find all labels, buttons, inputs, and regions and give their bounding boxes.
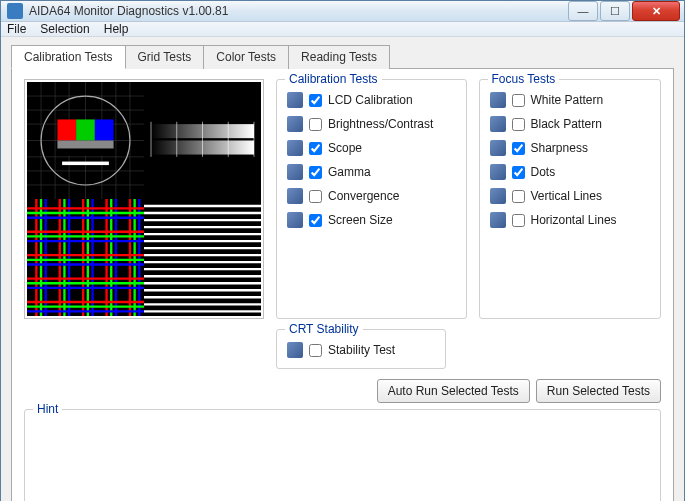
focus-label[interactable]: Black Pattern bbox=[531, 117, 602, 131]
crt-checkbox[interactable] bbox=[309, 344, 322, 357]
focus-checkbox[interactable] bbox=[512, 142, 525, 155]
svg-rect-21 bbox=[62, 162, 109, 166]
app-icon bbox=[7, 3, 23, 19]
calibration-label[interactable]: Scope bbox=[328, 141, 362, 155]
monitor-icon bbox=[287, 188, 303, 204]
tab-label: Reading Tests bbox=[301, 50, 377, 64]
calibration-label[interactable]: Convergence bbox=[328, 189, 399, 203]
tab-grid-tests[interactable]: Grid Tests bbox=[126, 45, 205, 69]
run-button[interactable]: Run Selected Tests bbox=[536, 379, 661, 403]
app-window: AIDA64 Monitor Diagnostics v1.00.81 — ☐ … bbox=[0, 0, 685, 501]
close-icon: ✕ bbox=[652, 6, 661, 17]
monitor-icon bbox=[490, 92, 506, 108]
monitor-icon bbox=[287, 92, 303, 108]
preview-thumbnails bbox=[24, 79, 264, 319]
calibration-checkbox[interactable] bbox=[309, 94, 322, 107]
window-controls: — ☐ ✕ bbox=[568, 1, 684, 21]
svg-rect-20 bbox=[57, 149, 113, 156]
focus-checkbox[interactable] bbox=[512, 190, 525, 203]
monitor-icon bbox=[490, 164, 506, 180]
crt-item: Stability Test bbox=[287, 342, 435, 358]
svg-rect-19 bbox=[57, 141, 113, 149]
minimize-button[interactable]: — bbox=[568, 1, 598, 21]
focus-item: Sharpness bbox=[490, 140, 650, 156]
calibration-label[interactable]: Screen Size bbox=[328, 213, 393, 227]
monitor-icon bbox=[490, 188, 506, 204]
tab-label: Calibration Tests bbox=[24, 50, 113, 64]
minimize-icon: — bbox=[578, 6, 589, 17]
svg-rect-18 bbox=[95, 119, 114, 140]
menubar: File Selection Help bbox=[1, 22, 684, 37]
thumb-brightness-contrast[interactable] bbox=[144, 82, 261, 199]
monitor-icon bbox=[490, 140, 506, 156]
focus-label[interactable]: White Pattern bbox=[531, 93, 604, 107]
calibration-label[interactable]: Brightness/Contrast bbox=[328, 117, 433, 131]
focus-label[interactable]: Horizontal Lines bbox=[531, 213, 617, 227]
tab-label: Color Tests bbox=[216, 50, 276, 64]
svg-rect-17 bbox=[76, 119, 95, 140]
close-button[interactable]: ✕ bbox=[632, 1, 680, 21]
maximize-button[interactable]: ☐ bbox=[600, 1, 630, 21]
group-legend: Focus Tests bbox=[488, 72, 560, 86]
thumb-horizontal-lines[interactable] bbox=[144, 199, 261, 316]
calibration-item: LCD Calibration bbox=[287, 92, 456, 108]
svg-rect-16 bbox=[57, 119, 76, 140]
focus-checkbox[interactable] bbox=[512, 166, 525, 179]
focus-item: Vertical Lines bbox=[490, 188, 650, 204]
monitor-icon bbox=[287, 164, 303, 180]
focus-checkbox[interactable] bbox=[512, 94, 525, 107]
focus-item: Dots bbox=[490, 164, 650, 180]
calibration-checkbox[interactable] bbox=[309, 214, 322, 227]
thumb-convergence[interactable] bbox=[27, 199, 144, 316]
focus-label[interactable]: Sharpness bbox=[531, 141, 588, 155]
focus-label[interactable]: Vertical Lines bbox=[531, 189, 602, 203]
calibration-checkbox[interactable] bbox=[309, 118, 322, 131]
focus-item: Black Pattern bbox=[490, 116, 650, 132]
titlebar[interactable]: AIDA64 Monitor Diagnostics v1.00.81 — ☐ … bbox=[1, 1, 684, 22]
calibration-item: Brightness/Contrast bbox=[287, 116, 456, 132]
tab-reading-tests[interactable]: Reading Tests bbox=[289, 45, 390, 69]
calibration-checkbox[interactable] bbox=[309, 142, 322, 155]
menu-help[interactable]: Help bbox=[104, 22, 129, 36]
calibration-label[interactable]: Gamma bbox=[328, 165, 371, 179]
calibration-checkbox[interactable] bbox=[309, 166, 322, 179]
group-hint: Hint bbox=[24, 409, 661, 501]
group-legend: CRT Stability bbox=[285, 322, 363, 336]
monitor-icon bbox=[287, 140, 303, 156]
menu-selection[interactable]: Selection bbox=[40, 22, 89, 36]
tabs: Calibration Tests Grid Tests Color Tests… bbox=[11, 45, 674, 69]
group-calibration-tests: Calibration Tests LCD CalibrationBrightn… bbox=[276, 79, 467, 319]
focus-item: Horizontal Lines bbox=[490, 212, 650, 228]
calibration-item: Gamma bbox=[287, 164, 456, 180]
calibration-checkbox[interactable] bbox=[309, 190, 322, 203]
auto-run-button[interactable]: Auto Run Selected Tests bbox=[377, 379, 530, 403]
calibration-item: Screen Size bbox=[287, 212, 456, 228]
tab-panel-calibration: Calibration Tests LCD CalibrationBrightn… bbox=[11, 68, 674, 501]
button-label: Run Selected Tests bbox=[547, 384, 650, 398]
group-legend: Calibration Tests bbox=[285, 72, 382, 86]
calibration-item: Convergence bbox=[287, 188, 456, 204]
monitor-icon bbox=[490, 212, 506, 228]
action-buttons: Auto Run Selected Tests Run Selected Tes… bbox=[24, 379, 661, 403]
monitor-icon bbox=[490, 116, 506, 132]
group-focus-tests: Focus Tests White PatternBlack PatternSh… bbox=[479, 79, 661, 319]
focus-item: White Pattern bbox=[490, 92, 650, 108]
focus-checkbox[interactable] bbox=[512, 118, 525, 131]
focus-checkbox[interactable] bbox=[512, 214, 525, 227]
monitor-icon bbox=[287, 116, 303, 132]
calibration-item: Scope bbox=[287, 140, 456, 156]
tab-color-tests[interactable]: Color Tests bbox=[204, 45, 289, 69]
window-title: AIDA64 Monitor Diagnostics v1.00.81 bbox=[29, 4, 228, 18]
tab-calibration-tests[interactable]: Calibration Tests bbox=[11, 45, 126, 69]
client-area: Calibration Tests Grid Tests Color Tests… bbox=[1, 37, 684, 501]
crt-label[interactable]: Stability Test bbox=[328, 343, 395, 357]
thumb-lcd-calibration[interactable] bbox=[27, 82, 144, 199]
group-crt-stability: CRT Stability Stability Test bbox=[276, 329, 446, 369]
calibration-label[interactable]: LCD Calibration bbox=[328, 93, 413, 107]
menu-file[interactable]: File bbox=[7, 22, 26, 36]
svg-rect-62 bbox=[144, 199, 261, 316]
maximize-icon: ☐ bbox=[610, 6, 620, 17]
monitor-icon bbox=[287, 212, 303, 228]
button-label: Auto Run Selected Tests bbox=[388, 384, 519, 398]
focus-label[interactable]: Dots bbox=[531, 165, 556, 179]
